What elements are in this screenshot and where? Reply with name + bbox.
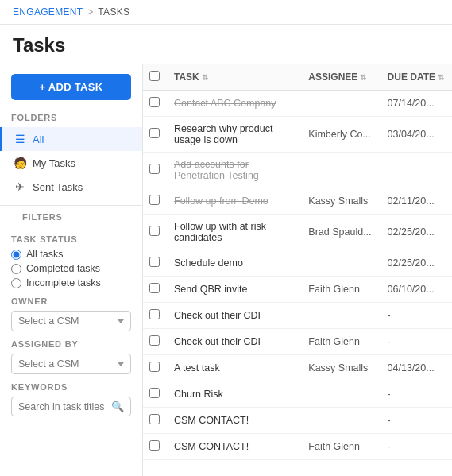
- breadcrumb-parent[interactable]: ENGAGEMENT: [13, 6, 83, 17]
- row-checkbox-cell: [143, 153, 166, 188]
- row-due-date: -: [380, 408, 452, 434]
- due-date-sort-button[interactable]: DUE DATE ⇅: [388, 72, 444, 83]
- row-checkbox[interactable]: [149, 414, 160, 424]
- row-assignee: [300, 408, 379, 434]
- sidebar-item-sent-tasks-label: Sent Tasks: [33, 181, 83, 193]
- owner-select[interactable]: Select a CSM: [11, 311, 131, 331]
- send-icon: ✈: [14, 180, 26, 193]
- assigned-by-select[interactable]: Select a CSM: [11, 354, 131, 374]
- keywords-search-input[interactable]: [18, 401, 108, 412]
- tasks-tbody: Contact ABC Company07/14/20...Research w…: [143, 91, 452, 460]
- radio-all-tasks[interactable]: All tasks: [11, 249, 131, 260]
- radio-all-tasks-input[interactable]: [11, 250, 21, 260]
- filter-section: FILTERS TASK STATUS All tasks Completed …: [0, 212, 142, 416]
- task-status-radio-group: All tasks Completed tasks Incomplete tas…: [11, 249, 131, 288]
- folders-label: FOLDERS: [0, 113, 142, 127]
- radio-completed-tasks[interactable]: Completed tasks: [11, 263, 131, 274]
- sidebar-divider: [0, 205, 142, 206]
- row-checkbox[interactable]: [149, 362, 160, 372]
- table-row: Follow up with at risk candidatesBrad Sp…: [143, 215, 452, 250]
- row-due-date: 07/14/20...: [380, 91, 452, 117]
- row-task-name[interactable]: Schedule demo: [166, 250, 300, 277]
- row-checkbox[interactable]: [149, 440, 160, 451]
- row-checkbox-cell: [143, 250, 166, 277]
- row-assignee: Faith Glenn: [300, 434, 379, 460]
- row-checkbox-cell: [143, 117, 166, 153]
- table-row: A test taskKassy Smalls04/13/20...: [143, 355, 452, 381]
- row-checkbox[interactable]: [149, 309, 160, 319]
- row-checkbox[interactable]: [149, 164, 160, 174]
- row-task-name[interactable]: Send QBR invite: [166, 277, 300, 303]
- row-checkbox-cell: [143, 434, 166, 460]
- row-task-name[interactable]: CSM CONTACT!: [166, 408, 300, 434]
- row-due-date: -: [380, 434, 452, 460]
- row-task-name[interactable]: Churn Risk: [166, 381, 300, 408]
- row-task-name[interactable]: Follow up with at risk candidates: [166, 215, 300, 250]
- breadcrumb-separator: >: [87, 6, 93, 17]
- sidebar-item-my-tasks[interactable]: 🧑 My Tasks: [0, 151, 142, 175]
- row-checkbox-cell: [143, 329, 166, 355]
- table-area: TASK ⇅ ASSIGNEE ⇅ DUE DATE ⇅: [143, 64, 452, 476]
- table-row: Send QBR inviteFaith Glenn06/10/20...: [143, 277, 452, 303]
- row-task-name[interactable]: CSM CONTACT!: [166, 434, 300, 460]
- table-row: CSM CONTACT!-: [143, 408, 452, 434]
- due-date-sort-icon: ⇅: [438, 73, 444, 82]
- sidebar-item-sent-tasks[interactable]: ✈ Sent Tasks: [0, 175, 142, 199]
- row-checkbox[interactable]: [149, 128, 160, 138]
- table-row: Churn Risk-: [143, 381, 452, 408]
- col-header-checkbox: [143, 64, 166, 91]
- select-all-checkbox[interactable]: [149, 71, 160, 81]
- task-sort-icon: ⇅: [202, 73, 208, 82]
- sidebar-item-all[interactable]: ☰ All: [0, 127, 142, 151]
- row-task-name[interactable]: Check out their CDI: [166, 303, 300, 329]
- radio-incomplete-tasks-input[interactable]: [11, 278, 21, 288]
- keywords-label: KEYWORDS: [11, 382, 131, 392]
- row-due-date: 02/25/20...: [380, 215, 452, 250]
- row-checkbox-cell: [143, 277, 166, 303]
- row-checkbox[interactable]: [149, 195, 160, 205]
- row-task-name[interactable]: Add accounts for Penetration Testing: [166, 153, 300, 188]
- sidebar: + ADD TASK FOLDERS ☰ All 🧑 My Tasks ✈ Se…: [0, 64, 143, 476]
- breadcrumb: ENGAGEMENT > TASKS: [0, 0, 452, 25]
- radio-completed-tasks-input[interactable]: [11, 264, 21, 274]
- row-checkbox[interactable]: [149, 283, 160, 293]
- radio-incomplete-tasks[interactable]: Incomplete tasks: [11, 277, 131, 288]
- col-header-task: TASK ⇅: [166, 64, 300, 91]
- row-due-date: -: [380, 329, 452, 355]
- table-header-row: TASK ⇅ ASSIGNEE ⇅ DUE DATE ⇅: [143, 64, 452, 91]
- row-assignee: Kimberly Co...: [300, 117, 379, 153]
- filters-label: FILTERS: [11, 212, 131, 226]
- row-checkbox[interactable]: [149, 257, 160, 267]
- table-row: CSM CONTACT!Faith Glenn-: [143, 434, 452, 460]
- assignee-sort-button[interactable]: ASSIGNEE ⇅: [308, 72, 371, 83]
- row-checkbox[interactable]: [149, 97, 160, 107]
- row-checkbox-cell: [143, 408, 166, 434]
- page-title: Tasks: [0, 25, 452, 64]
- row-checkbox[interactable]: [149, 226, 160, 236]
- breadcrumb-current: TASKS: [98, 6, 129, 17]
- row-task-name[interactable]: A test task: [166, 355, 300, 381]
- row-assignee: [300, 153, 379, 188]
- row-task-name[interactable]: Contact ABC Company: [166, 91, 300, 117]
- col-assignee-label: ASSIGNEE: [308, 72, 357, 83]
- radio-all-tasks-label: All tasks: [26, 249, 64, 260]
- row-checkbox-cell: [143, 303, 166, 329]
- row-due-date: 02/11/20...: [380, 188, 452, 215]
- col-header-due-date: DUE DATE ⇅: [380, 64, 452, 91]
- table-row: Check out their CDI-: [143, 303, 452, 329]
- row-checkbox-cell: [143, 91, 166, 117]
- table-row: Contact ABC Company07/14/20...: [143, 91, 452, 117]
- row-assignee: [300, 381, 379, 408]
- row-task-name[interactable]: Follow up from Demo: [166, 188, 300, 215]
- row-checkbox[interactable]: [149, 335, 160, 346]
- row-checkbox[interactable]: [149, 388, 160, 398]
- list-icon: ☰: [14, 133, 26, 145]
- row-assignee: [300, 250, 379, 277]
- task-sort-button[interactable]: TASK ⇅: [174, 72, 292, 83]
- add-task-button[interactable]: + ADD TASK: [11, 74, 131, 100]
- row-task-name[interactable]: Research why product usage is down: [166, 117, 300, 153]
- row-checkbox-cell: [143, 381, 166, 408]
- table-row: Follow up from DemoKassy Smalls02/11/20.…: [143, 188, 452, 215]
- row-checkbox-cell: [143, 188, 166, 215]
- row-task-name[interactable]: Check out their CDI: [166, 329, 300, 355]
